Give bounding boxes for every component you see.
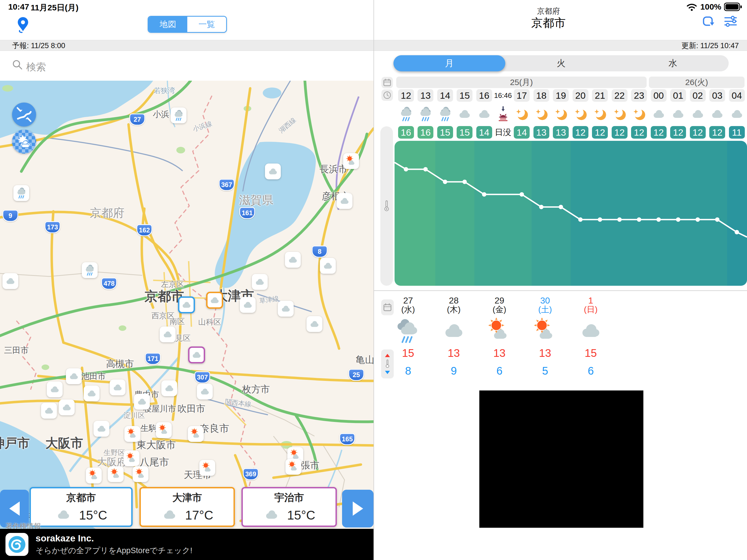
search-placeholder: 検索 (26, 60, 46, 74)
weather-marker[interactable] (59, 400, 75, 415)
weather-marker[interactable] (265, 163, 281, 179)
city-card-大津市[interactable]: 大津市 17°C (139, 487, 235, 527)
search-input[interactable]: 検索 (0, 51, 374, 81)
weather-marker[interactable] (66, 368, 82, 384)
tab-0[interactable]: 月 (393, 55, 505, 71)
weather-marker[interactable] (108, 466, 124, 482)
weather-marker[interactable] (197, 384, 213, 400)
weather-marker[interactable] (133, 466, 149, 482)
hourly-temp-cell: 12 (669, 126, 688, 139)
hourly-cloud-icon (707, 104, 727, 124)
weather-marker[interactable] (343, 153, 359, 169)
header-city: 京都市 (494, 15, 603, 31)
weather-marker[interactable] (156, 422, 172, 438)
day-group-1: 26(火) (649, 77, 745, 88)
weather-marker[interactable] (337, 193, 353, 209)
hourly-temp-cell: 13 (551, 126, 571, 139)
weather-marker[interactable] (124, 426, 140, 442)
map-area-label: 滋賀県 (239, 193, 274, 208)
map-area-label: 神戸市 (0, 435, 30, 452)
weather-marker[interactable] (82, 262, 98, 278)
app-promo-banner[interactable]: sorakaze Inc. そらかぜの全アプリをAppStoreでチェック! (0, 529, 374, 560)
toggle-list-button[interactable]: 一覧 (187, 17, 226, 32)
weather-marker[interactable] (110, 380, 126, 396)
weather-marker[interactable] (160, 327, 176, 342)
weather-marker[interactable] (134, 394, 150, 410)
hourly-temp-cell: 16 (396, 126, 416, 139)
weekly-sun-cloud-icon (522, 318, 568, 345)
weather-marker[interactable] (2, 273, 18, 289)
next-cities-button[interactable] (342, 490, 374, 528)
hour-cell: 02 (688, 89, 707, 102)
hourly-moon-icon (532, 104, 551, 124)
weekly-date: 28 (431, 296, 476, 305)
hourly-moon-icon (629, 104, 649, 124)
settings-sliders-button[interactable] (723, 14, 738, 28)
weekly-dow: (水) (385, 305, 431, 314)
hourly-sunset-icon (494, 104, 512, 124)
city-card-name: 宇治市 (275, 491, 304, 505)
refresh-button[interactable] (701, 14, 715, 28)
tab-1[interactable]: 火 (505, 55, 617, 71)
city-card-宇治市[interactable]: 宇治市 15°C (241, 487, 337, 527)
hour-cell: 22 (610, 89, 629, 102)
weekly-date: 29 (476, 296, 522, 305)
weather-layer-button[interactable] (12, 130, 36, 154)
location-pin-icon[interactable] (15, 17, 31, 33)
weather-marker-selected-blue[interactable] (178, 297, 195, 313)
weather-marker-selected-orange[interactable] (206, 292, 223, 309)
weekly-dow: (金) (476, 305, 522, 314)
weather-marker[interactable] (84, 385, 100, 401)
hour-cell: 13 (416, 89, 436, 102)
weekly-high-temp: 13 (431, 347, 476, 359)
weather-marker[interactable] (86, 467, 102, 483)
hourly-rain-icon (435, 104, 455, 124)
zoom-japan-overview-button[interactable] (12, 103, 36, 127)
weather-marker[interactable] (285, 252, 301, 268)
map-area-label: 枚方市 (242, 383, 270, 396)
cloud-icon (263, 506, 280, 524)
map-area-label: 淀川区 (124, 411, 145, 420)
city-card-京都市[interactable]: 京都市 15°C (29, 487, 133, 527)
tab-2[interactable]: 水 (617, 55, 729, 71)
map-attribution-link[interactable]: 著作権情報 (5, 521, 41, 529)
weather-marker[interactable] (199, 460, 215, 476)
route-shield: 27 (129, 113, 145, 126)
map-area-label: 山科区 (198, 317, 221, 327)
weather-marker[interactable] (41, 403, 57, 418)
weather-marker[interactable] (94, 421, 109, 437)
weather-marker[interactable] (240, 297, 256, 313)
city-card-temp: 17°C (185, 508, 213, 523)
weather-marker[interactable] (124, 450, 139, 466)
hourly-temp-cell: 13 (532, 126, 551, 139)
hourly-temp-cell: 14 (474, 126, 494, 139)
weather-marker[interactable] (307, 316, 323, 332)
city-card-temp: 15°C (287, 508, 315, 523)
weather-marker[interactable] (252, 274, 268, 290)
weather-marker[interactable] (278, 301, 294, 316)
map-area-label: 亀山市 (356, 354, 374, 366)
header-prefecture: 京都府 (494, 6, 603, 17)
weekly-high-temp: 13 (522, 347, 568, 359)
weekly-low-temp: 6 (476, 365, 522, 377)
thermometer-icon (380, 126, 393, 286)
weekly-date: 30 (522, 296, 568, 305)
weather-marker[interactable] (47, 381, 62, 397)
ad-placeholder[interactable] (479, 390, 643, 528)
hour-cell: 15 (455, 89, 475, 102)
weather-map[interactable]: 若狭湾小浜長浜市彦根市滋賀県京都府左京区京都市大津市西京区南区山科区伏見区亀山市… (0, 81, 374, 529)
weather-marker[interactable] (188, 426, 204, 442)
route-shield: 367 (219, 179, 235, 191)
hour-cell: 18 (532, 89, 551, 102)
weather-marker[interactable] (320, 258, 336, 274)
route-shield: 307 (195, 371, 210, 383)
clock-icon (381, 90, 393, 101)
toggle-map-button[interactable]: 地図 (149, 17, 187, 32)
weather-marker[interactable] (171, 107, 186, 123)
weather-marker[interactable] (14, 185, 29, 201)
weather-marker-selected-purple[interactable] (188, 347, 205, 363)
weather-marker[interactable] (161, 380, 177, 396)
hour-cell: 23 (629, 89, 649, 102)
hourly-moon-icon (512, 104, 532, 124)
weather-marker[interactable] (285, 459, 301, 475)
